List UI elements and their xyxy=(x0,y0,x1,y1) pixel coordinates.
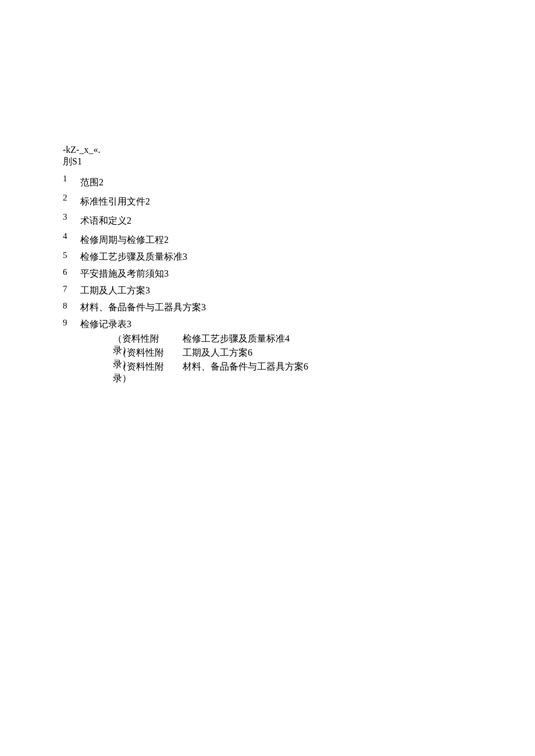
appendix-entry: 材料、备品备件与工器具方案6 xyxy=(183,361,308,373)
toc-number: 1 xyxy=(63,171,80,187)
appendix-label-wrap: 录） xyxy=(113,372,131,385)
header-line-2: 刖S1 xyxy=(63,156,535,167)
toc-entry: 平安措施及考前须知3 xyxy=(80,264,169,281)
toc-entry: 范围2 xyxy=(80,171,104,190)
toc-row: 2 标准性引用文件2 xyxy=(63,190,535,209)
toc-number: 3 xyxy=(63,209,80,225)
toc-entry: 材料、备品备件与工器具方案3 xyxy=(80,298,206,315)
toc-row: 5 检修工艺步骤及质量标准3 xyxy=(63,248,535,264)
toc-row: 6 平安措施及考前须知3 xyxy=(63,264,535,281)
toc-row: 9 检修记录表3 xyxy=(63,315,535,332)
toc-number: 7 xyxy=(63,281,80,297)
toc-number: 4 xyxy=(63,228,80,244)
toc-row: 7 工期及人工方案3 xyxy=(63,281,535,298)
appendix-label: （资料性附 xyxy=(113,333,159,345)
toc-row: 3 术语和定义2 xyxy=(63,209,535,228)
toc-row: 1 范围2 xyxy=(63,171,535,190)
appendix-label: （资料性附 xyxy=(117,361,164,373)
header-line-1: -kZ-_x_«. xyxy=(63,144,535,156)
toc-number: 5 xyxy=(63,248,80,263)
toc-container: 1 范围2 2 标准性引用文件2 3 术语和定义2 4 检修周期与检修工程2 5… xyxy=(63,171,535,332)
appendix-label: （资料性附 xyxy=(117,347,164,359)
appendix-container: （资料性附 检修工艺步骤及质量标准4 录） （资料性附 工期及人工方案6 录） … xyxy=(113,333,535,389)
toc-entry: 检修周期与检修工程2 xyxy=(80,228,169,248)
toc-entry: 检修工艺步骤及质量标准3 xyxy=(80,248,187,264)
toc-number: 8 xyxy=(63,298,80,314)
toc-entry: 工期及人工方案3 xyxy=(80,281,150,298)
toc-row: 4 检修周期与检修工程2 xyxy=(63,228,535,248)
toc-entry: 术语和定义2 xyxy=(80,209,131,228)
toc-entry: 检修记录表3 xyxy=(80,315,131,332)
appendix-entry: 检修工艺步骤及质量标准4 xyxy=(183,333,290,345)
toc-number: 6 xyxy=(63,264,80,280)
toc-row: 8 材料、备品备件与工器具方案3 xyxy=(63,298,535,315)
toc-number: 9 xyxy=(63,315,80,331)
toc-number: 2 xyxy=(63,190,80,206)
toc-entry: 标准性引用文件2 xyxy=(80,190,150,209)
appendix-entry: 工期及人工方案6 xyxy=(183,347,252,359)
